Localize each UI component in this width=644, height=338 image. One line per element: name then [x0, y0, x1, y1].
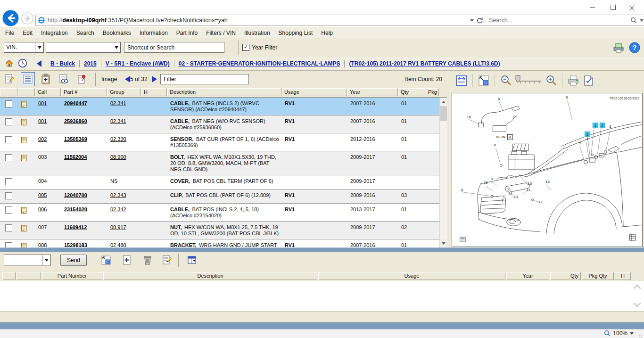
- illustration-notes-icon[interactable]: [581, 73, 596, 88]
- row-checkbox[interactable]: [5, 118, 12, 125]
- column-header-pkg[interactable]: Pkg: [426, 88, 439, 96]
- row-checkbox[interactable]: [5, 224, 12, 231]
- chevron-down-icon[interactable]: [42, 255, 50, 265]
- panel-splitter[interactable]: [0, 247, 644, 252]
- part-number-link[interactable]: 12040700: [64, 192, 87, 198]
- fit-width-icon[interactable]: [454, 73, 469, 88]
- part-number-link[interactable]: 13505369: [64, 136, 87, 142]
- edit-notes-icon[interactable]: [3, 72, 17, 86]
- breadcrumb-back-icon[interactable]: [33, 60, 41, 67]
- call-number[interactable]: 006: [38, 206, 47, 212]
- filter-input[interactable]: [160, 74, 249, 84]
- home-icon[interactable]: [5, 59, 14, 69]
- list-column-header-blank[interactable]: [17, 272, 41, 280]
- destination-select[interactable]: [4, 255, 51, 265]
- parts-table-row[interactable]: 0012094044702.341CABLE, BAT NEG (INCLS 2…: [0, 98, 439, 115]
- shortcut-search-input[interactable]: [124, 42, 224, 53]
- row-checkbox[interactable]: [5, 242, 12, 247]
- illustration-panel[interactable]: TR02-105 03/23/2012: [452, 93, 643, 247]
- vin-select[interactable]: VIN:: [4, 42, 44, 53]
- callout-label[interactable]: 8: [461, 188, 463, 192]
- menu-item-bookmarks[interactable]: Bookmarks: [99, 28, 135, 39]
- breadcrumb-link[interactable]: B - Buick: [50, 60, 75, 67]
- part-number-link[interactable]: 11562004: [64, 154, 87, 160]
- breadcrumb-link[interactable]: V - 5R1 - Enclave (AWD): [106, 60, 170, 67]
- send-button[interactable]: Send: [60, 255, 87, 266]
- vehicle-select[interactable]: [46, 42, 121, 53]
- note-icon[interactable]: [21, 209, 27, 215]
- callout-label[interactable]: 6: [566, 95, 569, 99]
- row-checkbox[interactable]: [5, 136, 12, 143]
- menu-item-part-info[interactable]: Part Info: [172, 28, 202, 39]
- part-number-link[interactable]: 11609412: [64, 224, 87, 230]
- parts-table-row[interactable]: 0081529818302.480BRACKET, WRG HARN GND /…: [0, 239, 439, 247]
- year-filter-checkbox[interactable]: ✓ Year Filter: [242, 44, 277, 51]
- part-number-link[interactable]: 23154020: [64, 206, 87, 212]
- delete-item-icon[interactable]: [140, 253, 155, 267]
- part-number-link[interactable]: 15298183: [64, 242, 87, 247]
- zoom-out-icon[interactable]: [498, 73, 513, 88]
- callout-label[interactable]: 6: [498, 97, 500, 101]
- row-checkbox[interactable]: [5, 178, 12, 185]
- part-number-link[interactable]: 20940447: [64, 100, 87, 106]
- menu-item-illustration[interactable]: Illustration: [240, 28, 274, 39]
- parts-list-icon[interactable]: [21, 72, 35, 86]
- forward-button[interactable]: [21, 12, 33, 25]
- list-column-header-pkg-qty[interactable]: Pkg Qty: [582, 272, 614, 280]
- group-code[interactable]: 02.343: [110, 192, 126, 198]
- maximize-button[interactable]: [606, 3, 619, 11]
- open-window-icon[interactable]: [99, 253, 113, 267]
- pin-note-icon[interactable]: [74, 72, 89, 86]
- callout-label[interactable]: 5: [579, 141, 582, 145]
- list-column-header-year[interactable]: Year: [506, 272, 549, 280]
- callout-label[interactable]: 4: [586, 137, 588, 141]
- scrollbar-thumb[interactable]: [440, 106, 447, 121]
- menu-item-help[interactable]: Help: [317, 28, 337, 39]
- preview-icon[interactable]: [57, 72, 71, 86]
- menu-item-file[interactable]: File: [1, 28, 18, 39]
- note-icon[interactable]: [21, 157, 27, 163]
- callout-label[interactable]: 14: [526, 188, 530, 192]
- parts-table-row[interactable]: 0021350536902.330SENSOR, BAT CUR (PART O…: [0, 133, 439, 151]
- list-column-header-blank[interactable]: [2, 272, 16, 280]
- column-header-blank[interactable]: [0, 88, 17, 96]
- menu-item-filters-vin[interactable]: Filters / VIN: [202, 28, 240, 39]
- call-number[interactable]: 002: [38, 136, 47, 142]
- scroll-down-icon[interactable]: [440, 239, 447, 247]
- callout-label[interactable]: 9: [491, 177, 493, 181]
- highlighted-callout-label[interactable]: 2: [586, 132, 589, 137]
- list-column-header-part-number[interactable]: Part Number: [42, 272, 102, 280]
- callout-label[interactable]: 13: [513, 195, 518, 199]
- callout-label[interactable]: 12: [508, 192, 512, 196]
- menu-item-integration[interactable]: Integration: [37, 28, 72, 39]
- row-checkbox[interactable]: [5, 192, 12, 199]
- column-header-part-[interactable]: Part #: [61, 88, 107, 96]
- group-code[interactable]: 02.341: [110, 118, 126, 124]
- history-icon[interactable]: [18, 58, 27, 69]
- refresh-icon[interactable]: [476, 17, 483, 24]
- note-icon[interactable]: [21, 103, 27, 109]
- chevron-down-icon[interactable]: [35, 42, 43, 52]
- column-header-group[interactable]: Group: [107, 88, 141, 96]
- column-header-description[interactable]: Description: [167, 88, 281, 96]
- parts-table-row[interactable]: 0031156200408.900BOLT, HEX W/FL WA, M10X…: [0, 151, 439, 175]
- search-icon[interactable]: [630, 17, 637, 24]
- column-options-icon[interactable]: [185, 253, 199, 267]
- search-input[interactable]: [488, 16, 627, 24]
- clipboard-add-icon[interactable]: [39, 72, 53, 86]
- call-number[interactable]: 001: [38, 100, 47, 106]
- group-code[interactable]: 08.900: [110, 154, 126, 160]
- minimize-button[interactable]: [586, 3, 599, 11]
- highlighted-callout-label[interactable]: 1: [594, 124, 597, 128]
- note-icon[interactable]: [21, 227, 27, 233]
- zoom-in-icon[interactable]: [544, 73, 559, 88]
- note-icon[interactable]: [21, 139, 27, 145]
- menu-item-information[interactable]: Information: [135, 28, 172, 39]
- column-header-h[interactable]: H: [141, 88, 167, 96]
- parts-table-row[interactable]: 0071160941208.917NUT, HEX W/CON WA, M8X1…: [0, 222, 439, 239]
- list-column-header-usage[interactable]: Usage: [318, 272, 505, 280]
- search-dropdown-icon[interactable]: [640, 19, 644, 24]
- add-item-icon[interactable]: [120, 253, 134, 267]
- print-icon[interactable]: [566, 73, 581, 88]
- call-number[interactable]: 001: [38, 118, 47, 124]
